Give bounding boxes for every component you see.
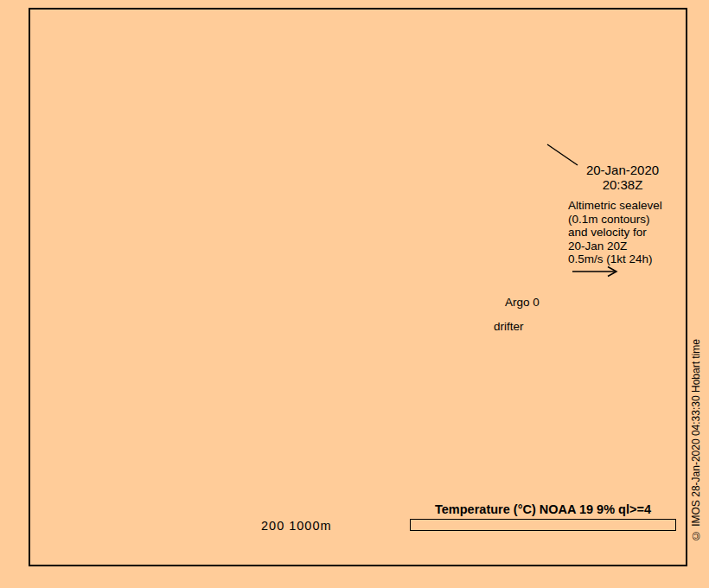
altimetric-line: and velocity for <box>568 226 698 240</box>
isobath-scale-label: 200 1000m <box>261 519 332 533</box>
copyright-text: © IMOS 28-Jan-2020 04:33:30 Hobart time <box>690 339 706 566</box>
colorbar-gradient <box>410 519 676 531</box>
altimetric-line: (0.1m contours) <box>568 213 698 227</box>
altimetric-annotation: Altimetric sealevel (0.1m contours) and … <box>568 199 698 266</box>
argo-float-icon <box>487 296 500 309</box>
colorbar-title: Temperature (°C) NOAA 19 9% ql>=4 <box>384 502 702 516</box>
altimetric-line: Altimetric sealevel <box>568 199 698 213</box>
drifter-icon <box>476 319 490 334</box>
altimetric-line: 20-Jan 20Z <box>568 240 698 253</box>
drifter-label: drifter <box>494 320 524 333</box>
velocity-scale-arrow <box>571 264 623 279</box>
datetime-date: 20-Jan-2020 <box>562 163 683 177</box>
colorbar: Temperature (°C) NOAA 19 9% ql>=4 <box>410 502 676 551</box>
argo-label: Argo 0 <box>505 296 540 309</box>
datetime-time: 20:38Z <box>562 177 683 192</box>
sst-map-canvas <box>0 0 709 588</box>
isobath-scale-line <box>265 537 295 540</box>
sst-map-figure: 20-Jan-2020 20:38Z Altimetric sealevel (… <box>0 0 709 588</box>
datetime-annotation: 20-Jan-2020 20:38Z <box>562 163 683 192</box>
